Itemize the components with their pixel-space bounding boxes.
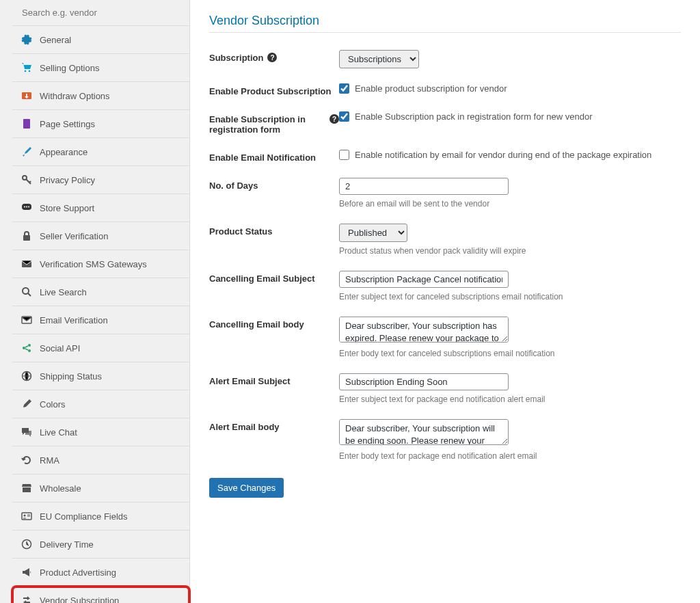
enable-product-subscription-desc: Enable product subscription for vendor bbox=[355, 83, 507, 94]
alert-email-body-help: Enter body text for package end notifica… bbox=[339, 451, 681, 461]
sidebar-item-colors[interactable]: Colors bbox=[12, 390, 189, 418]
svg-point-0 bbox=[25, 70, 27, 72]
sidebar-item-label: Privacy Policy bbox=[40, 175, 95, 185]
label-alert-email-body: Alert Email body bbox=[209, 422, 280, 432]
search-icon bbox=[21, 286, 33, 298]
svg-rect-9 bbox=[23, 235, 30, 241]
label-enable-email-notification: Enable Email Notification bbox=[209, 152, 316, 163]
product-status-select[interactable]: Published bbox=[339, 224, 407, 242]
sidebar-item-label: Social API bbox=[40, 343, 80, 353]
sidebar-item-label: Withdraw Options bbox=[40, 91, 110, 101]
sidebar-item-label: Email Verification bbox=[40, 315, 108, 325]
sidebar-item-label: Live Chat bbox=[40, 427, 77, 438]
sidebar-item-label: Live Search bbox=[40, 287, 87, 297]
sidebar-item-social-api[interactable]: Social API bbox=[12, 334, 189, 362]
sidebar-search bbox=[12, 0, 189, 26]
enable-subscription-registration-desc: Enable Subscription pack in registration… bbox=[355, 111, 593, 122]
svg-rect-3 bbox=[23, 119, 30, 129]
sidebar-item-label: RMA bbox=[40, 455, 59, 466]
sidebar-item-label: Colors bbox=[40, 399, 66, 410]
svg-point-18 bbox=[24, 515, 26, 517]
svg-point-7 bbox=[26, 206, 27, 208]
svg-point-13 bbox=[23, 347, 25, 349]
sidebar-item-seller-verification[interactable]: Seller Verification bbox=[12, 222, 189, 250]
sidebar-item-shipping-status[interactable]: Shipping Status bbox=[12, 362, 189, 390]
sidebar-item-appearance[interactable]: Appearance bbox=[12, 138, 189, 166]
sidebar-item-verification-sms-gateways[interactable]: Verification SMS Gateways bbox=[12, 250, 189, 278]
subscription-select[interactable]: Subscriptions bbox=[339, 50, 419, 68]
alert-email-subject-input[interactable] bbox=[339, 373, 509, 390]
no-of-days-help: Before an email will be sent to the vend… bbox=[339, 199, 681, 209]
alert-email-body-textarea[interactable]: Dear subscriber, Your subscription will … bbox=[339, 419, 509, 445]
no-of-days-input[interactable] bbox=[339, 178, 509, 195]
sidebar-item-general[interactable]: General bbox=[12, 26, 189, 54]
cancelling-email-body-textarea[interactable]: Dear subscriber, Your subscription has e… bbox=[339, 317, 509, 343]
share-icon bbox=[21, 342, 33, 354]
enable-email-notification-checkbox[interactable] bbox=[339, 150, 349, 160]
store-icon bbox=[21, 482, 33, 494]
clock-icon bbox=[21, 538, 33, 550]
mail-icon bbox=[21, 314, 33, 326]
sidebar-item-live-search[interactable]: Live Search bbox=[12, 278, 189, 306]
sidebar-item-selling-options[interactable]: Selling Options bbox=[12, 54, 189, 82]
label-cancelling-email-body: Cancelling Email body bbox=[209, 319, 304, 330]
sidebar-item-label: Selling Options bbox=[40, 63, 99, 73]
help-icon[interactable]: ? bbox=[329, 114, 339, 124]
enable-subscription-registration-checkbox[interactable] bbox=[339, 111, 349, 122]
sidebar-item-page-settings[interactable]: Page Settings bbox=[12, 110, 189, 138]
id-icon bbox=[21, 510, 33, 522]
sidebar-item-label: Appearance bbox=[40, 147, 88, 157]
label-no-of-days: No. of Days bbox=[209, 180, 258, 191]
sidebar-item-rma[interactable]: RMA bbox=[12, 446, 189, 474]
svg-point-11 bbox=[23, 288, 29, 294]
label-enable-product-subscription: Enable Product Subscription bbox=[209, 86, 331, 96]
sidebar-item-email-verification[interactable]: Email Verification bbox=[12, 306, 189, 334]
sidebar-item-withdraw-options[interactable]: Withdraw Options bbox=[12, 82, 189, 110]
sms-icon bbox=[21, 258, 33, 270]
save-changes-button[interactable]: Save Changes bbox=[209, 478, 284, 498]
label-alert-email-subject: Alert Email Subject bbox=[209, 376, 290, 386]
label-subscription: Subscription bbox=[209, 53, 263, 63]
sidebar-item-privacy-policy[interactable]: Privacy Policy bbox=[12, 166, 189, 194]
sidebar-item-eu-compliance-fields[interactable]: EU Compliance Fields bbox=[12, 502, 189, 531]
sidebar-item-delivery-time[interactable]: Delivery Time bbox=[12, 531, 189, 559]
sidebar-item-label: EU Compliance Fields bbox=[40, 511, 128, 522]
sidebar-item-wholesale[interactable]: Wholesale bbox=[12, 474, 189, 502]
sidebar-item-label: Page Settings bbox=[40, 119, 95, 129]
enable-product-subscription-checkbox[interactable] bbox=[339, 83, 349, 94]
comments-icon bbox=[21, 426, 33, 438]
sidebar-item-store-support[interactable]: Store Support bbox=[12, 194, 189, 222]
label-product-status: Product Status bbox=[209, 226, 272, 237]
search-input[interactable] bbox=[21, 7, 181, 18]
svg-point-6 bbox=[24, 206, 25, 208]
page-icon bbox=[21, 118, 33, 130]
svg-point-15 bbox=[28, 349, 31, 352]
megaphone-icon bbox=[21, 566, 33, 578]
product-status-help: Product status when vendor pack validity… bbox=[339, 246, 681, 256]
sidebar-item-live-chat[interactable]: Live Chat bbox=[12, 418, 189, 446]
enable-email-notification-desc: Enable notification by email for vendor … bbox=[355, 150, 651, 160]
lock-icon bbox=[21, 230, 33, 242]
brush-icon bbox=[21, 146, 33, 158]
undo-icon bbox=[21, 454, 33, 466]
withdraw-icon bbox=[21, 90, 33, 102]
retweet-icon bbox=[21, 594, 33, 603]
sidebar-item-vendor-subscription[interactable]: Vendor Subscription bbox=[12, 587, 189, 603]
sidebar-item-label: Seller Verification bbox=[40, 231, 108, 241]
sidebar-item-label: Store Support bbox=[40, 203, 94, 213]
svg-point-8 bbox=[28, 206, 29, 208]
label-cancelling-email-subject: Cancelling Email Subject bbox=[209, 273, 315, 284]
main-content: Vendor Subscription Subscription ? Subsc… bbox=[190, 0, 700, 603]
sidebar-item-label: Verification SMS Gateways bbox=[40, 259, 147, 269]
cancelling-email-body-help: Enter body text for canceled subscriptio… bbox=[339, 349, 681, 358]
svg-point-14 bbox=[28, 344, 31, 347]
gear-icon bbox=[21, 34, 33, 46]
sidebar-item-label: Delivery Time bbox=[40, 539, 94, 550]
paint-icon bbox=[21, 398, 33, 410]
settings-sidebar: GeneralSelling OptionsWithdraw OptionsPa… bbox=[12, 0, 190, 603]
label-enable-subscription-registration: Enable Subscription in registration form bbox=[209, 114, 325, 135]
cancelling-email-subject-input[interactable] bbox=[339, 271, 509, 288]
help-icon[interactable]: ? bbox=[267, 53, 277, 62]
sidebar-item-product-advertising[interactable]: Product Advertising bbox=[12, 559, 189, 587]
divider bbox=[209, 32, 681, 33]
